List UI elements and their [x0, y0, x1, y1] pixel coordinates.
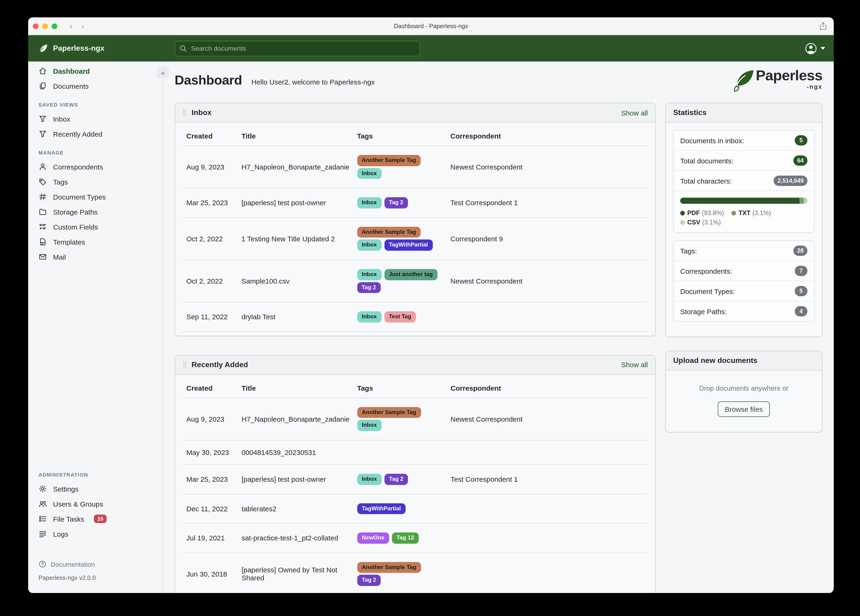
sidebar-item-label: Document Types	[53, 193, 106, 201]
titlebar: ‹ › Dashboard - Paperless-ngx	[28, 17, 834, 35]
correspondent-cell	[447, 523, 648, 553]
table-row[interactable]: Mar 25, 2023[paperless] test post-ownerI…	[183, 188, 648, 217]
tag-badge[interactable]: Inbox	[357, 474, 381, 485]
close-window-button[interactable]	[33, 23, 39, 29]
documentation-link[interactable]: Documentation	[39, 560, 163, 568]
title-cell: Sample100.csv	[238, 260, 353, 302]
sidebar-item-file-tasks[interactable]: File Tasks16	[28, 511, 163, 526]
sidebar-item-label: Dashboard	[53, 67, 90, 75]
brand[interactable]: Paperless-ngx	[28, 43, 163, 54]
table-row[interactable]: Jul 19, 2021sat-practice-test-1_pt2-coll…	[183, 523, 648, 553]
sidebar-item-custom-fields[interactable]: Custom Fields	[28, 219, 163, 234]
paperless-ngx-logo: Paperless -ngx	[732, 68, 822, 93]
card-recently-added: Recently AddedShow allCreatedTitleTagsCo…	[175, 355, 656, 593]
chart-segment-txt	[799, 198, 804, 204]
share-icon[interactable]	[819, 22, 827, 30]
tag-badge[interactable]: Another Sample Tag	[357, 562, 421, 573]
legend-dot-icon	[680, 220, 685, 225]
sidebar-item-storage-paths[interactable]: Storage Paths	[28, 204, 163, 219]
tag-badge[interactable]: Another Sample Tag	[357, 407, 421, 418]
show-all-link[interactable]: Show all	[621, 109, 648, 117]
forward-button[interactable]: ›	[82, 22, 84, 30]
sidebar-item-label: Custom Fields	[53, 223, 98, 231]
table-row[interactable]: Oct 2, 20221 Testing New Title Updated 2…	[183, 218, 648, 260]
sidebar-item-correspondents[interactable]: Correspondents	[28, 159, 163, 174]
drop-hint: Drop documents anywhere or	[673, 385, 814, 392]
sidebar-item-label: Documents	[53, 82, 89, 90]
minimize-window-button[interactable]	[42, 23, 48, 29]
tag-badge[interactable]: TagWithPartial	[384, 240, 433, 251]
documents-table: CreatedTitleTagsCorrespondentAug 9, 2023…	[183, 377, 648, 593]
user-menu[interactable]	[805, 42, 834, 55]
home-icon	[39, 67, 47, 75]
sidebar-collapse-button[interactable]: «	[157, 67, 169, 79]
title-cell: 0004814539_20230531	[238, 440, 353, 465]
tag-badge[interactable]: Tag 2	[384, 197, 408, 208]
sidebar-item-inbox[interactable]: Inbox	[28, 111, 163, 126]
tag-badge[interactable]: NewOne	[357, 533, 389, 544]
table-row[interactable]: Sep 11, 2022drylab TestInboxTest Tag	[183, 302, 648, 332]
legend-item-csv: CSV(3.1%)	[680, 219, 721, 226]
main-content: Dashboard Hello User2, welcome to Paperl…	[163, 61, 834, 593]
title-cell: [paperless] test post-owner	[238, 188, 353, 217]
table-row[interactable]: Aug 9, 2023H7_Napoleon_Bonaparte_zadanie…	[183, 146, 648, 188]
zoom-window-button[interactable]	[52, 23, 57, 29]
sidebar-item-document-types[interactable]: Document Types	[28, 189, 163, 204]
drag-handle-icon[interactable]	[183, 109, 187, 116]
sidebar-item-templates[interactable]: Templates	[28, 234, 163, 249]
tag-badge[interactable]: Inbox	[357, 311, 381, 322]
table-row[interactable]: Aug 9, 2023H7_Napoleon_Bonaparte_zadanie…	[183, 398, 648, 440]
tag-badge[interactable]: Tag 2	[384, 474, 408, 485]
sidebar-item-logs[interactable]: Logs	[28, 526, 163, 541]
tag-badge[interactable]: Test Tag	[384, 311, 416, 322]
tag-badge[interactable]: Inbox	[357, 420, 381, 431]
correspondent-cell: Newest Correspondent	[447, 146, 648, 188]
table-row[interactable]: Mar 25, 2023[paperless] test post-ownerI…	[183, 465, 648, 494]
sidebar-item-users-groups[interactable]: Users & Groups	[28, 496, 163, 511]
statistics-card: Statistics Documents in inbox:5Total doc…	[665, 103, 822, 337]
tag-badge[interactable]: Inbox	[357, 168, 381, 179]
correspondent-cell	[447, 553, 648, 593]
table-row[interactable]: May 30, 20230004814539_20230531	[183, 440, 648, 465]
correspondent-cell: Newest Correspondent	[447, 260, 648, 302]
users-icon	[39, 500, 47, 508]
browse-files-button[interactable]: Browse files	[718, 401, 770, 417]
show-all-link[interactable]: Show all	[621, 361, 648, 369]
window-title: Dashboard - Paperless-ngx	[28, 22, 834, 30]
tag-badge[interactable]: Inbox	[357, 197, 381, 208]
tag-badge[interactable]: Just another tag	[384, 269, 438, 280]
column-header-correspondent: Correspondent	[447, 125, 648, 146]
stat-row: Tags:28	[674, 241, 814, 261]
app-navbar: Paperless-ngx	[28, 35, 834, 61]
window-controls	[28, 23, 57, 29]
tag-badge[interactable]: TagWithPartial	[357, 503, 406, 514]
sidebar-item-mail[interactable]: Mail	[28, 249, 163, 264]
created-cell: Dec 11, 2022	[183, 494, 238, 523]
stat-label: Tags:	[680, 247, 697, 255]
sidebar-item-settings[interactable]: Settings	[28, 481, 163, 496]
drag-handle-icon[interactable]	[183, 361, 187, 369]
sidebar-item-label: Users & Groups	[53, 500, 103, 508]
tag-badge[interactable]: Another Sample Tag	[357, 227, 421, 238]
tag-badge[interactable]: Tag 2	[357, 575, 381, 586]
sidebar-item-recently-added[interactable]: Recently Added	[28, 126, 163, 141]
tag-badge[interactable]: Tag 12	[392, 533, 419, 544]
table-row[interactable]: Jun 30, 2018[paperless] Owned by Test No…	[183, 553, 648, 593]
sidebar-item-dashboard[interactable]: Dashboard	[28, 63, 163, 79]
tag-badge[interactable]: Inbox	[357, 240, 381, 251]
column-header-created: Created	[183, 377, 238, 398]
search-input[interactable]	[175, 41, 420, 56]
stat-value-badge: 4	[795, 306, 807, 316]
sidebar-item-label: Templates	[53, 238, 85, 246]
legend-item-pdf: PDF(93.8%)	[680, 209, 724, 217]
column-header-title: Title	[238, 125, 353, 146]
sidebar-item-tags[interactable]: Tags	[28, 174, 163, 189]
back-button[interactable]: ‹	[69, 22, 72, 30]
table-row[interactable]: Dec 11, 2022tablerates2TagWithPartial	[183, 494, 648, 523]
tag-badge[interactable]: Tag 2	[357, 282, 381, 293]
tag-badge[interactable]: Another Sample Tag	[357, 155, 421, 166]
table-row[interactable]: Oct 2, 2022Sample100.csvInboxJust anothe…	[183, 260, 648, 302]
drop-zone[interactable]: Drop documents anywhere or Browse files	[665, 371, 822, 432]
tag-badge[interactable]: Inbox	[357, 269, 381, 280]
sidebar-item-documents[interactable]: Documents	[28, 79, 163, 93]
